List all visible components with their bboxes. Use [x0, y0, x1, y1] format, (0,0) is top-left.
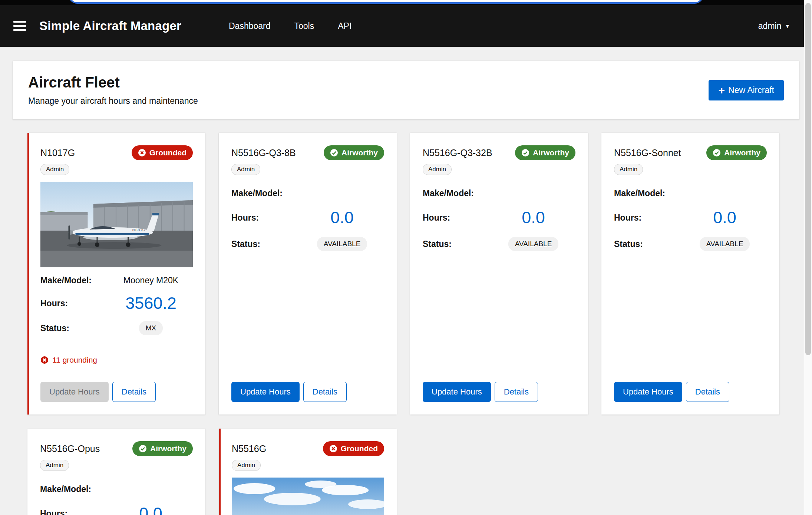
card-actions: Update Hours Details	[614, 382, 767, 402]
aircraft-photo	[232, 478, 384, 515]
airworthiness-badge: Grounded	[323, 441, 384, 456]
nav-link-api[interactable]: API	[338, 21, 351, 31]
browser-address-bar[interactable]	[69, 0, 703, 4]
user-menu[interactable]: admin ▾	[758, 21, 796, 31]
make-model-row: Make/Model:	[423, 188, 575, 198]
check-circle-icon	[521, 149, 529, 157]
status-row: Status: AVAILABLE	[423, 237, 575, 251]
menu-icon-bar	[13, 29, 26, 31]
aircraft-photo: N1017G	[40, 182, 193, 267]
status-label: Status:	[40, 323, 109, 333]
grounding-alert: 11 grounding	[40, 356, 193, 364]
hours-value: 0.0	[300, 208, 384, 227]
status-label: Status:	[614, 239, 683, 249]
status-pill: AVAILABLE	[508, 237, 559, 251]
update-hours-button[interactable]: Update Hours	[423, 382, 491, 402]
chevron-down-icon: ▾	[786, 23, 789, 29]
status-value-wrap: AVAILABLE	[300, 237, 384, 251]
new-aircraft-button[interactable]: + New Aircraft	[709, 80, 784, 100]
airworthiness-badge: Airworthy	[324, 145, 384, 160]
status-value-wrap: MX	[109, 321, 193, 335]
plus-icon: +	[718, 85, 725, 95]
page-title: Aircraft Fleet	[28, 74, 198, 91]
tail-number: N5516G	[232, 443, 266, 454]
hours-label: Hours:	[231, 213, 300, 223]
details-button[interactable]: Details	[303, 382, 347, 402]
aircraft-photo-illustration	[232, 478, 384, 515]
menu-icon[interactable]	[13, 21, 26, 31]
circle-x-icon	[40, 356, 49, 364]
role-badge: Admin	[40, 460, 69, 471]
check-circle-icon	[713, 149, 721, 157]
nav-links: Dashboard Tools API	[229, 21, 351, 31]
hours-row: Hours: 0.0	[231, 208, 384, 227]
page-content: Aircraft Fleet Manage your aircraft hour…	[0, 61, 812, 515]
status-row: Status: AVAILABLE	[614, 237, 767, 251]
airworthiness-label: Airworthy	[724, 148, 760, 157]
details-button[interactable]: Details	[112, 382, 156, 402]
fleet-grid: N1017G Grounded Admin	[27, 133, 799, 515]
card-actions: Update Hours Details	[231, 382, 384, 402]
airworthiness-badge: Airworthy	[706, 145, 767, 160]
page-header-text: Aircraft Fleet Manage your aircraft hour…	[28, 74, 198, 106]
status-row: Status: AVAILABLE	[231, 237, 384, 251]
role-badge: Admin	[423, 164, 452, 175]
photo-registration-text: N1017G	[132, 228, 145, 232]
card-actions: Update Hours Details	[40, 382, 193, 402]
role-badge: Admin	[40, 164, 69, 175]
card-actions: Update Hours Details	[423, 382, 575, 402]
hours-label: Hours:	[40, 509, 109, 515]
status-pill: AVAILABLE	[317, 237, 367, 251]
details-button[interactable]: Details	[686, 382, 729, 402]
nav-link-dashboard[interactable]: Dashboard	[229, 21, 271, 31]
hours-row: Hours: 0.0	[40, 504, 193, 515]
card-header: N5516G-Q3-32B Airworthy	[423, 145, 575, 160]
airworthiness-label: Grounded	[149, 148, 187, 157]
update-hours-button[interactable]: Update Hours	[614, 382, 682, 402]
scrollbar-thumb[interactable]	[805, 3, 811, 355]
aircraft-photo-illustration: N1017G	[40, 182, 193, 267]
app-brand[interactable]: Simple Aircraft Manager	[39, 19, 181, 33]
airworthiness-badge: Airworthy	[515, 145, 575, 160]
aircraft-card: N1017G Grounded Admin	[27, 133, 205, 415]
menu-icon-bar	[13, 25, 26, 27]
airworthiness-badge: Airworthy	[132, 441, 193, 456]
status-label: Status:	[423, 239, 491, 249]
airworthiness-label: Airworthy	[150, 444, 187, 453]
aircraft-card: N5516G-Q3-32B Airworthy Admin Make/Model…	[410, 133, 588, 415]
navbar: Simple Aircraft Manager Dashboard Tools …	[0, 5, 812, 47]
page-header: Aircraft Fleet Manage your aircraft hour…	[13, 61, 799, 119]
check-circle-icon	[139, 445, 147, 453]
page-subtitle: Manage your aircraft hours and maintenan…	[28, 96, 198, 106]
circle-x-icon	[329, 445, 337, 453]
menu-icon-bar	[13, 21, 26, 23]
make-model-row: Make/Model:	[231, 188, 384, 198]
check-circle-icon	[330, 149, 338, 157]
hours-value: 0.0	[109, 504, 193, 515]
role-badge: Admin	[231, 164, 260, 175]
divider	[40, 345, 193, 345]
make-model-label: Make/Model:	[614, 188, 683, 198]
role-badge: Admin	[614, 164, 643, 175]
aircraft-card: N5516G-Opus Airworthy Admin Make/Model: …	[27, 429, 205, 515]
role-badge: Admin	[232, 460, 261, 471]
status-row: Status: MX	[40, 321, 193, 335]
tail-number: N5516G-Q3-32B	[423, 148, 492, 158]
scrollbar[interactable]	[804, 0, 812, 515]
hours-row: Hours: 3560.2	[40, 294, 193, 313]
hours-value: 0.0	[683, 208, 767, 227]
hours-value: 3560.2	[109, 294, 193, 313]
browser-chrome-strip	[0, 0, 812, 5]
card-header: N5516G-Opus Airworthy	[40, 441, 193, 456]
status-pill: MX	[139, 321, 163, 335]
update-hours-button[interactable]: Update Hours	[231, 382, 300, 402]
hours-label: Hours:	[423, 213, 491, 223]
make-model-label: Make/Model:	[40, 275, 109, 285]
status-label: Status:	[231, 239, 300, 249]
details-button[interactable]: Details	[495, 382, 538, 402]
tail-number: N5516G-Q3-8B	[231, 148, 296, 158]
aircraft-card: N5516G-Q3-8B Airworthy Admin Make/Model:…	[219, 133, 397, 415]
new-aircraft-button-label: New Aircraft	[728, 85, 774, 95]
user-menu-label: admin	[758, 21, 782, 31]
nav-link-tools[interactable]: Tools	[294, 21, 314, 31]
